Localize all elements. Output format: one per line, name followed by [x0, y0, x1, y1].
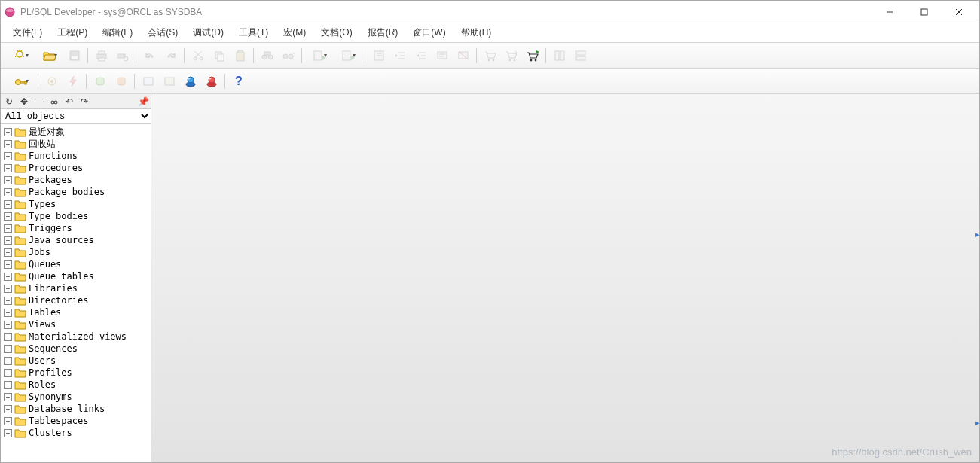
gear-button[interactable]	[42, 72, 62, 91]
expander-icon[interactable]: +	[4, 212, 12, 221]
menu-help[interactable]: 帮助(H)	[453, 24, 499, 41]
tile-vertical-button[interactable]	[571, 46, 591, 65]
cut-button[interactable]	[188, 46, 208, 65]
expander-icon[interactable]: +	[4, 309, 12, 317]
open-button[interactable]: ▾	[36, 46, 63, 65]
explain-plan-button[interactable]	[369, 46, 389, 65]
print-button[interactable]	[92, 46, 111, 65]
save-button[interactable]	[65, 46, 84, 65]
test-window-button[interactable]	[181, 72, 200, 91]
tree-node[interactable]: +Synonyms	[2, 391, 149, 403]
expander-icon[interactable]: +	[4, 128, 12, 136]
cart-add-button[interactable]	[481, 46, 500, 65]
expander-icon[interactable]: +	[4, 333, 12, 341]
lightning-button[interactable]	[63, 72, 83, 91]
redo-button[interactable]	[161, 46, 181, 65]
refresh-icon[interactable]: ↻	[4, 96, 14, 107]
command-window-button[interactable]	[160, 72, 179, 91]
tree-node[interactable]: +Database links	[2, 403, 149, 415]
menu-document[interactable]: 文档(O)	[313, 24, 359, 41]
close-button[interactable]	[942, 2, 976, 23]
sql-window-button[interactable]	[139, 72, 158, 91]
collapse-icon[interactable]: —	[34, 96, 44, 107]
rollback-button[interactable]	[111, 72, 131, 91]
menu-edit[interactable]: 编辑(E)	[95, 24, 140, 41]
tree-node[interactable]: +Roles	[2, 379, 149, 391]
pin-icon[interactable]: 📌	[138, 96, 148, 107]
execute-button[interactable]: ▾	[306, 46, 333, 65]
tree-node[interactable]: +Clusters	[2, 427, 149, 439]
expander-icon[interactable]: +	[4, 248, 12, 257]
expander-icon[interactable]: +	[4, 381, 12, 389]
expander-icon[interactable]: +	[4, 176, 12, 184]
filter-prev-icon[interactable]: ↶	[64, 96, 75, 107]
tree-node[interactable]: +Procedures	[2, 162, 149, 174]
expand-icon[interactable]: ✥	[19, 96, 29, 107]
outdent-button[interactable]	[411, 46, 431, 65]
find-object-icon[interactable]	[49, 96, 60, 107]
menu-window[interactable]: 窗口(W)	[405, 24, 453, 41]
expander-icon[interactable]: +	[4, 405, 12, 413]
maximize-button[interactable]	[907, 2, 942, 23]
minimize-button[interactable]	[872, 2, 907, 23]
tree-node[interactable]: +回收站	[2, 138, 149, 150]
tree-node[interactable]: +Functions	[2, 150, 149, 162]
commit-button[interactable]	[90, 72, 110, 91]
tree-node[interactable]: +Jobs	[2, 246, 149, 258]
paste-button[interactable]	[230, 46, 250, 65]
tree-node[interactable]: +最近对象	[2, 126, 149, 138]
tree-node[interactable]: +Tablespaces	[2, 415, 149, 427]
tree-node[interactable]: +Queue tables	[2, 270, 149, 282]
expander-icon[interactable]: +	[4, 369, 12, 377]
expander-icon[interactable]: +	[4, 164, 12, 172]
expander-icon[interactable]: +	[4, 152, 12, 160]
expander-icon[interactable]: +	[4, 273, 12, 281]
report-window-button[interactable]	[202, 72, 221, 91]
object-tree[interactable]: +最近对象+回收站+Functions+Procedures+Packages+…	[1, 124, 151, 462]
indent-button[interactable]	[390, 46, 410, 65]
new-button[interactable]: ▾	[8, 46, 35, 65]
expander-icon[interactable]: +	[4, 429, 12, 437]
cart-run-button[interactable]	[523, 46, 542, 65]
dock-glyph-1[interactable]: ▸	[975, 230, 980, 239]
tree-node[interactable]: +Materialized views	[2, 330, 149, 343]
tree-node[interactable]: +Packages	[2, 174, 149, 186]
tree-node[interactable]: +Types	[2, 198, 149, 210]
tree-node[interactable]: +Package bodies	[2, 186, 149, 198]
find-next-button[interactable]	[279, 46, 298, 65]
tree-node[interactable]: +Views	[2, 318, 149, 330]
menu-project[interactable]: 工程(P)	[50, 24, 95, 41]
expander-icon[interactable]: +	[4, 224, 12, 233]
find-button[interactable]	[258, 46, 277, 65]
tree-node[interactable]: +Libraries	[2, 282, 149, 294]
expander-icon[interactable]: +	[4, 345, 12, 353]
expander-icon[interactable]: +	[4, 393, 12, 401]
expander-icon[interactable]: +	[4, 140, 12, 148]
expander-icon[interactable]: +	[4, 285, 12, 293]
tree-node[interactable]: +Sequences	[2, 343, 149, 355]
menu-debug[interactable]: 调试(D)	[185, 24, 231, 41]
comment-button[interactable]	[432, 46, 452, 65]
menu-tools[interactable]: 工具(T)	[231, 24, 276, 41]
menu-macro[interactable]: 宏(M)	[276, 24, 313, 41]
expander-icon[interactable]: +	[4, 321, 12, 329]
copy-button[interactable]	[209, 46, 229, 65]
expander-icon[interactable]: +	[4, 297, 12, 305]
execute-script-button[interactable]: ▾	[334, 46, 362, 65]
tree-node[interactable]: +Type bodies	[2, 210, 149, 222]
print-preview-button[interactable]	[113, 46, 133, 65]
tree-node[interactable]: +Queues	[2, 258, 149, 270]
menu-file[interactable]: 文件(F)	[5, 24, 50, 41]
expander-icon[interactable]: +	[4, 357, 12, 365]
tree-node[interactable]: +Users	[2, 355, 149, 367]
filter-next-icon[interactable]: ↷	[79, 96, 90, 107]
cart-remove-button[interactable]	[502, 46, 521, 65]
uncomment-button[interactable]	[453, 46, 473, 65]
expander-icon[interactable]: +	[4, 260, 12, 269]
expander-icon[interactable]: +	[4, 188, 12, 196]
tree-node[interactable]: +Java sources	[2, 234, 149, 246]
logon-button[interactable]: ▾	[8, 72, 35, 91]
expander-icon[interactable]: +	[4, 200, 12, 209]
expander-icon[interactable]: +	[4, 417, 12, 425]
undo-button[interactable]	[140, 46, 160, 65]
